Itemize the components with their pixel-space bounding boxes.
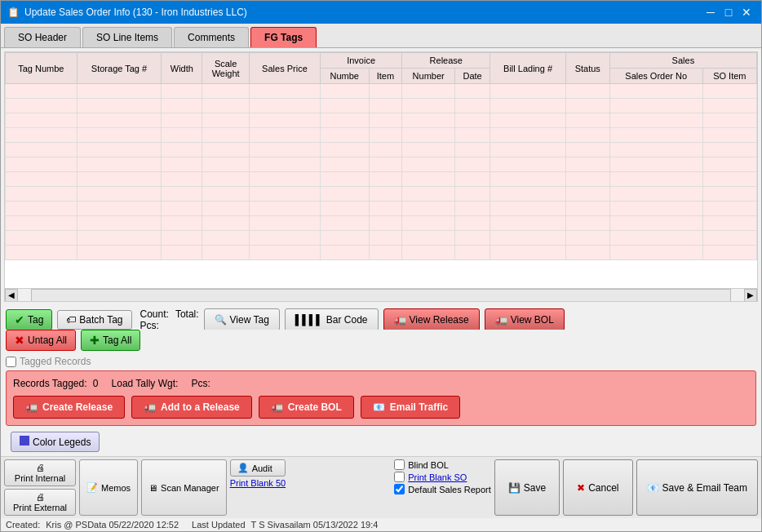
- cancel-button[interactable]: ✖ Cancel: [563, 459, 632, 516]
- table-row: [6, 216, 757, 231]
- person-icon: 👤: [237, 463, 249, 473]
- records-tagged-label: Records Tagged: 0: [13, 378, 99, 389]
- scroll-right-button[interactable]: ▶: [744, 289, 757, 302]
- tab-so-line-items[interactable]: SO Line Items: [82, 27, 172, 47]
- spacer: [289, 459, 388, 516]
- fg-tags-table: Tag Numbe Storage Tag # Width ScaleWeigh…: [5, 52, 757, 260]
- view-release-button[interactable]: 🚛 View Release: [383, 308, 480, 331]
- col-sales-price: Sales Price: [250, 53, 321, 84]
- tab-comments[interactable]: Comments: [174, 27, 249, 47]
- created-label: Created: Kris @ PSData 05/22/2020 12:52: [6, 520, 179, 530]
- close-button[interactable]: ✕: [738, 4, 755, 20]
- plus-icon: ✚: [90, 334, 100, 347]
- batch-tag-button[interactable]: 🏷 Batch Tag: [57, 310, 131, 330]
- table-row: [6, 202, 757, 216]
- tagged-panel-buttons: 🚛 Create Release 🚛 Add to a Release 🚛 Cr…: [13, 396, 749, 419]
- table-row: [6, 113, 757, 128]
- table-row: [6, 246, 757, 260]
- envelope-icon: 📧: [647, 482, 659, 494]
- scroll-left-button[interactable]: ◀: [5, 289, 18, 302]
- print-blank-link[interactable]: Print Blank 50: [230, 478, 286, 488]
- print-external-button[interactable]: 🖨 Print External: [4, 489, 76, 516]
- add-to-release-button[interactable]: 🚛 Add to a Release: [131, 396, 252, 419]
- table-scroll[interactable]: Tag Numbe Storage Tag # Width ScaleWeigh…: [5, 52, 757, 288]
- table-row: [6, 84, 757, 99]
- pcs-panel-label: Pcs:: [191, 378, 210, 389]
- count-label: Count:: [140, 308, 169, 320]
- window-title: Update Sales Order Info (130 - Iron Indu…: [24, 7, 247, 18]
- tag-all-button[interactable]: ✚ Tag All: [81, 330, 140, 351]
- audit-button[interactable]: 👤 Audit: [230, 459, 286, 477]
- col-release-number: Number: [402, 69, 455, 84]
- tag-button[interactable]: ✔ Tag: [6, 309, 52, 330]
- col-sales-group: Sales: [609, 53, 756, 69]
- col-bill-lading: Bill Lading #: [490, 53, 566, 84]
- audit-group: 👤 Audit Print Blank 50: [230, 459, 286, 516]
- color-legends-button[interactable]: Color Legeds: [11, 432, 100, 452]
- barcode-icon: ▌▌▌▌: [295, 314, 323, 326]
- search-icon: 🔍: [215, 314, 227, 326]
- window-icon: 📋: [7, 7, 20, 18]
- scroll-track[interactable]: [31, 289, 731, 302]
- default-sales-report-checkbox[interactable]: [394, 484, 405, 494]
- col-sales-order-no: Sales Order No: [609, 69, 702, 84]
- blind-bol-checkbox[interactable]: [394, 459, 405, 470]
- total-label: Total:: [175, 308, 199, 320]
- save-email-button[interactable]: 📧 Save & Email Team: [636, 459, 759, 516]
- horizontal-scrollbar[interactable]: ◀ ▶: [5, 288, 757, 301]
- view-bol-button[interactable]: 🚛 View BOL: [485, 308, 565, 331]
- printer-icon: 🖨: [36, 463, 45, 472]
- footer-info: Created: Kris @ PSData 05/22/2020 12:52 …: [1, 518, 761, 531]
- tab-bar: SO Header SO Line Items Comments FG Tags: [1, 24, 761, 48]
- memos-button[interactable]: 📝 Memos: [79, 459, 138, 516]
- tag-icon: 🏷: [66, 314, 76, 326]
- color-legends-row: Color Legeds: [1, 428, 761, 456]
- title-bar: 📋 Update Sales Order Info (130 - Iron In…: [1, 1, 761, 24]
- truck2-icon: 🚛: [495, 314, 507, 326]
- tab-so-header[interactable]: SO Header: [4, 27, 81, 47]
- minimize-button[interactable]: ─: [702, 4, 719, 20]
- untag-all-button[interactable]: ✖ Untag All: [6, 330, 76, 351]
- table-row: [6, 172, 757, 187]
- checkbox-group: Blind BOL Print Blank SO Default Sales R…: [394, 459, 491, 516]
- main-window: 📋 Update Sales Order Info (130 - Iron In…: [0, 0, 762, 532]
- col-storage-tag: Storage Tag #: [77, 53, 162, 84]
- tagged-records-checkbox[interactable]: [6, 357, 16, 367]
- memo-icon: 📝: [86, 482, 98, 493]
- col-status: Status: [565, 53, 609, 84]
- save-button[interactable]: 💾 Save: [494, 459, 560, 516]
- print-blank-so-label[interactable]: Print Blank SO: [408, 472, 467, 482]
- truck4-icon: 🚛: [144, 401, 156, 413]
- count-area: Count: Total: Pcs:: [140, 308, 199, 331]
- maximize-button[interactable]: □: [720, 4, 737, 20]
- blind-bol-label: Blind BOL: [408, 460, 449, 470]
- blind-bol-row: Blind BOL: [394, 459, 491, 470]
- color-sq-icon: [20, 436, 29, 448]
- col-invoice-item: Item: [369, 69, 402, 84]
- barcode-button[interactable]: ▌▌▌▌ Bar Code: [285, 308, 379, 331]
- table-row: [6, 187, 757, 202]
- table-row: [6, 231, 757, 246]
- create-bol-button[interactable]: 🚛 Create BOL: [259, 396, 354, 419]
- untag-toolbar: ✖ Untag All ✚ Tag All: [1, 330, 761, 354]
- printer2-icon: 🖨: [36, 492, 45, 502]
- email-traffic-button[interactable]: 📧 Email Traffic: [361, 396, 460, 419]
- print-blank-so-checkbox[interactable]: [394, 472, 405, 482]
- default-sales-report-row: Default Sales Report: [394, 484, 491, 494]
- col-invoice-group: Invoice: [320, 53, 402, 69]
- print-blank-so-row: Print Blank SO: [394, 472, 491, 482]
- table-row: [6, 157, 757, 172]
- truck3-icon: 🚛: [25, 401, 38, 413]
- create-release-button[interactable]: 🚛 Create Release: [13, 396, 125, 419]
- tagged-records-label: Tagged Records: [20, 356, 91, 367]
- scan-manager-button[interactable]: 🖥 Scan Manager: [141, 459, 227, 516]
- last-updated-label: Last Updated T S Sivasailam 05/13/2022 1…: [192, 520, 378, 530]
- scan-icon: 🖥: [148, 483, 157, 493]
- tab-fg-tags[interactable]: FG Tags: [250, 27, 317, 47]
- view-tag-button[interactable]: 🔍 View Tag: [204, 308, 280, 331]
- col-so-item: SO Item: [702, 69, 756, 84]
- print-internal-button[interactable]: 🖨 Print Internal: [4, 459, 76, 486]
- check-icon: ✔: [15, 313, 24, 326]
- main-content: Tag Numbe Storage Tag # Width ScaleWeigh…: [1, 48, 761, 531]
- truck5-icon: 🚛: [271, 401, 283, 413]
